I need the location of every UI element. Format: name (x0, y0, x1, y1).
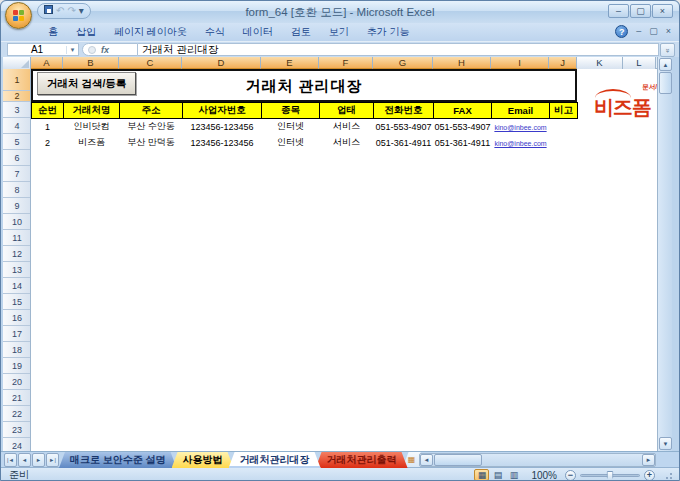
next-sheet-button[interactable]: ► (32, 453, 45, 467)
ribbon-tab-3[interactable]: 페이지 레이아웃 (105, 23, 196, 41)
sheet-tab-3[interactable]: 거래처관리대장 (229, 452, 321, 468)
table-cell[interactable]: 2 (32, 135, 64, 151)
row-header-22[interactable]: 22 (3, 406, 31, 422)
page-layout-view-button[interactable]: ▤ (490, 469, 505, 481)
page-break-view-button[interactable]: ▥ (506, 469, 521, 481)
vertical-scroll-thumb[interactable] (659, 72, 672, 94)
workbook-minimize-button[interactable]: – (636, 25, 641, 38)
row-header-9[interactable]: 9 (3, 198, 31, 214)
table-cell[interactable]: 인터넷 (262, 119, 320, 135)
row-header-4[interactable]: 4 (3, 118, 31, 134)
zoom-in-button[interactable]: + (644, 470, 655, 481)
table-cell[interactable]: kino@inbee.com (492, 135, 550, 151)
row-header-14[interactable]: 14 (3, 278, 31, 294)
table-cell[interactable]: 123456-123456 (183, 135, 262, 151)
row-header-18[interactable]: 18 (3, 342, 31, 358)
minimize-button[interactable]: – (608, 4, 629, 18)
table-header-cell[interactable]: 사업자번호 (183, 103, 262, 119)
zoom-level-label[interactable]: 100% (531, 470, 557, 481)
row-header-7[interactable]: 7 (3, 166, 31, 182)
normal-view-button[interactable]: ▦ (474, 469, 489, 481)
sheet-tab-1[interactable]: 매크로 보안수준 설명 (59, 452, 177, 468)
row-header-20[interactable]: 20 (3, 374, 31, 390)
row-header-24[interactable]: 24 (3, 438, 31, 451)
row-header-13[interactable]: 13 (3, 262, 31, 278)
redo-button[interactable]: ↷ (67, 4, 75, 18)
scroll-up-icon[interactable]: ▲ (659, 58, 672, 71)
ribbon-tab-2[interactable]: 삽입 (67, 23, 105, 41)
column-header-D[interactable]: D (182, 57, 261, 69)
save-button[interactable] (44, 4, 53, 18)
row-header-2[interactable]: 2 (3, 91, 31, 102)
workbook-close-button[interactable]: × (666, 25, 671, 38)
column-header-F[interactable]: F (319, 57, 373, 69)
table-header-cell[interactable]: 순번 (32, 103, 64, 119)
ribbon-tab-4[interactable]: 수식 (196, 23, 234, 41)
row-header-17[interactable]: 17 (3, 326, 31, 342)
row-header-8[interactable]: 8 (3, 182, 31, 198)
column-header-G[interactable]: G (373, 57, 433, 69)
row-header-15[interactable]: 15 (3, 294, 31, 310)
table-cell[interactable]: 051-361-4911 (434, 135, 492, 151)
table-header-cell[interactable]: 거래처명 (64, 103, 120, 119)
row-header-5[interactable]: 5 (3, 134, 31, 150)
row-header-10[interactable]: 10 (3, 214, 31, 230)
row-header-23[interactable]: 23 (3, 422, 31, 438)
table-cell[interactable]: 부산 만덕동 (120, 135, 183, 151)
close-button[interactable]: × (652, 4, 673, 18)
table-cell[interactable]: 인터넷 (262, 135, 320, 151)
column-header-K[interactable]: K (577, 57, 623, 69)
row-header-11[interactable]: 11 (3, 230, 31, 246)
horizontal-scroll-thumb[interactable] (434, 454, 482, 466)
table-header-cell[interactable]: 전화번호 (374, 103, 434, 119)
ribbon-tab-6[interactable]: 검토 (282, 23, 320, 41)
column-header-C[interactable]: C (119, 57, 182, 69)
email-link[interactable]: kino@inbee.com (494, 140, 546, 147)
qat-customize-button[interactable]: ▾ (79, 4, 84, 18)
column-header-E[interactable]: E (261, 57, 319, 69)
previous-sheet-button[interactable]: ◄ (18, 453, 31, 467)
horizontal-scrollbar[interactable]: ◄ ► (419, 453, 656, 467)
cell-area[interactable]: 거래처 관리대장 거래처 검색/등록 순번거래처명주소사업자번호종목업태전화번호… (31, 69, 657, 451)
row-header-6[interactable]: 6 (3, 150, 31, 166)
fx-icon[interactable]: fx (101, 45, 109, 55)
table-cell[interactable]: 비즈폼 (64, 135, 120, 151)
zoom-out-button[interactable]: − (565, 470, 576, 481)
table-header-cell[interactable]: 업태 (320, 103, 374, 119)
column-header-J[interactable]: J (549, 57, 577, 69)
zoom-slider-thumb[interactable] (607, 471, 614, 481)
zoom-slider[interactable] (580, 474, 640, 477)
formula-bar-expand-button[interactable]: « (660, 43, 675, 57)
table-cell[interactable] (550, 119, 578, 135)
column-header-I[interactable]: I (491, 57, 549, 69)
row-header-19[interactable]: 19 (3, 358, 31, 374)
column-header-L[interactable]: L (623, 57, 656, 69)
column-header-A[interactable]: A (31, 57, 63, 69)
ribbon-tab-5[interactable]: 데이터 (234, 23, 282, 41)
row-header-21[interactable]: 21 (3, 390, 31, 406)
restore-button[interactable]: ▢ (630, 4, 651, 18)
row-header-16[interactable]: 16 (3, 310, 31, 326)
sheet-tab-4[interactable]: 거래처관리출력 (316, 452, 408, 468)
row-header-1[interactable]: 1 (3, 69, 31, 91)
ribbon-tab-8[interactable]: 추가 기능 (358, 23, 419, 41)
workbook-restore-button[interactable]: ▢ (649, 25, 658, 38)
name-box[interactable]: A1 ▾ (7, 43, 79, 56)
formula-input[interactable]: 거래처 관리대장 (138, 43, 659, 56)
ribbon-tab-1[interactable]: 홈 (39, 23, 67, 41)
undo-button[interactable]: ↶ (56, 4, 64, 18)
email-link[interactable]: kino@inbee.com (494, 124, 546, 131)
help-button[interactable]: ? (615, 25, 628, 38)
row-header-3[interactable]: 3 (3, 102, 31, 118)
table-header-cell[interactable]: FAX (434, 103, 492, 119)
table-header-cell[interactable]: Email (492, 103, 550, 119)
scroll-right-icon[interactable]: ► (642, 454, 655, 466)
office-button[interactable] (5, 2, 32, 29)
table-cell[interactable]: 051-553-4907 (434, 119, 492, 135)
first-sheet-button[interactable]: |◄ (4, 453, 17, 467)
table-cell[interactable]: 051-553-4907 (374, 119, 434, 135)
table-cell[interactable]: 부산 수안동 (120, 119, 183, 135)
scroll-down-icon[interactable]: ▼ (659, 437, 672, 450)
table-cell[interactable]: 051-361-4911 (374, 135, 434, 151)
table-header-cell[interactable]: 주소 (120, 103, 183, 119)
